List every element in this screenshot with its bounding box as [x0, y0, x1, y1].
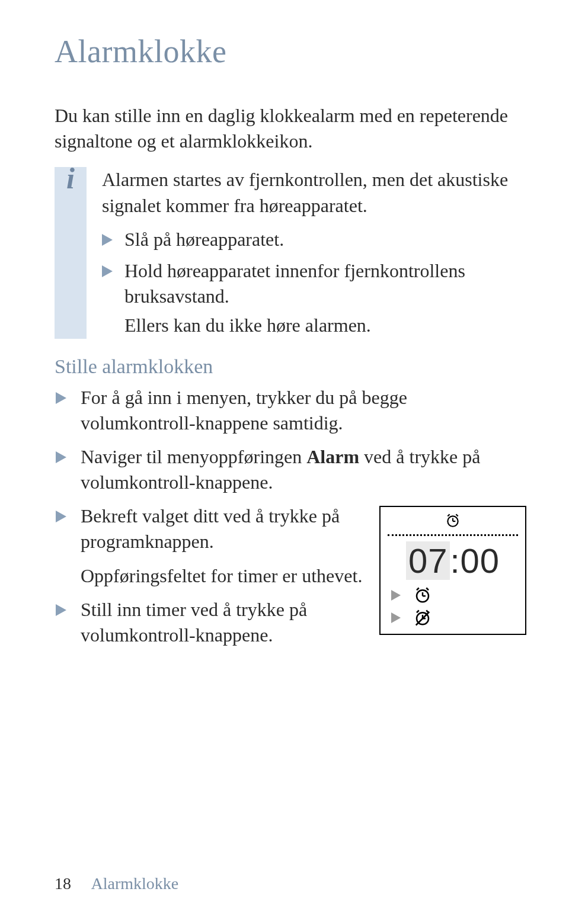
- info-bullets: Slå på høreapparatet. Hold høreapparatet…: [102, 227, 526, 310]
- svg-line-8: [417, 588, 419, 591]
- triangle-right-icon: [391, 612, 401, 623]
- device-time: 07:00: [388, 541, 518, 580]
- device-screen: 07:00: [379, 506, 526, 635]
- alarm-clock-off-icon: [414, 609, 431, 627]
- info-bullet: Slå på høreapparatet.: [102, 227, 526, 252]
- alarm-clock-icon: [445, 513, 461, 528]
- divider-dotted: [388, 534, 518, 536]
- steps-list: For å gå inn i menyen, trykker du på beg…: [55, 385, 526, 496]
- page-number: 18: [55, 874, 71, 893]
- subheading: Stille alarmklokken: [55, 355, 526, 378]
- info-icon: i: [55, 163, 87, 193]
- info-sidebar: i: [55, 167, 87, 338]
- option-alarm-on: [414, 586, 518, 604]
- step-with-device: Bekreft valget ditt ved å trykke på prog…: [55, 503, 526, 656]
- footer-section: Alarmklokke: [91, 874, 178, 893]
- svg-line-9: [426, 588, 429, 591]
- time-hours-highlight: 07: [406, 541, 450, 580]
- triangle-right-icon: [391, 590, 401, 601]
- info-lead: Alarmen startes av fjernkontrollen, men …: [102, 167, 526, 218]
- step-item: Naviger til menyoppføringen Alarm ved å …: [55, 444, 526, 495]
- page-footer: 18 Alarmklokke: [55, 874, 178, 893]
- info-content: Alarmen startes av fjernkontrollen, men …: [102, 167, 526, 338]
- time-sep: :: [450, 541, 460, 580]
- time-minutes: 00: [461, 541, 500, 580]
- intro-text: Du kan stille inn en daglig klokkealarm …: [55, 103, 526, 154]
- step-item: For å gå inn i menyen, trykker du på beg…: [55, 385, 526, 436]
- device-options: [388, 586, 518, 627]
- alarm-clock-icon: [414, 586, 431, 604]
- step-text-pre: Naviger til menyoppføringen: [81, 446, 306, 467]
- info-bullet: Hold høreapparatet innenfor fjernkontrol…: [102, 258, 526, 309]
- option-alarm-off: [414, 609, 518, 627]
- step-note: Oppføringsfeltet for timer er uthevet.: [55, 563, 365, 589]
- selector-arrow: [391, 590, 414, 601]
- step-item: Still inn timer ved å trykke på volumkon…: [55, 597, 365, 648]
- svg-line-4: [456, 514, 458, 516]
- info-trail: Ellers kan du ikke høre alarmen.: [102, 313, 526, 338]
- step-keyword: Alarm: [306, 446, 359, 467]
- steps-list-2: Bekreft valget ditt ved å trykke på prog…: [55, 503, 365, 554]
- steps-list-3: Still inn timer ved å trykke på volumkon…: [55, 597, 365, 648]
- selector-arrow: [391, 612, 414, 623]
- info-callout: i Alarmen startes av fjernkontrollen, me…: [55, 167, 526, 338]
- page-title: Alarmklokke: [55, 33, 526, 70]
- device-header: [388, 513, 518, 531]
- svg-line-13: [417, 611, 419, 613]
- step-item: Bekreft valget ditt ved å trykke på prog…: [55, 503, 365, 554]
- svg-line-3: [447, 514, 449, 516]
